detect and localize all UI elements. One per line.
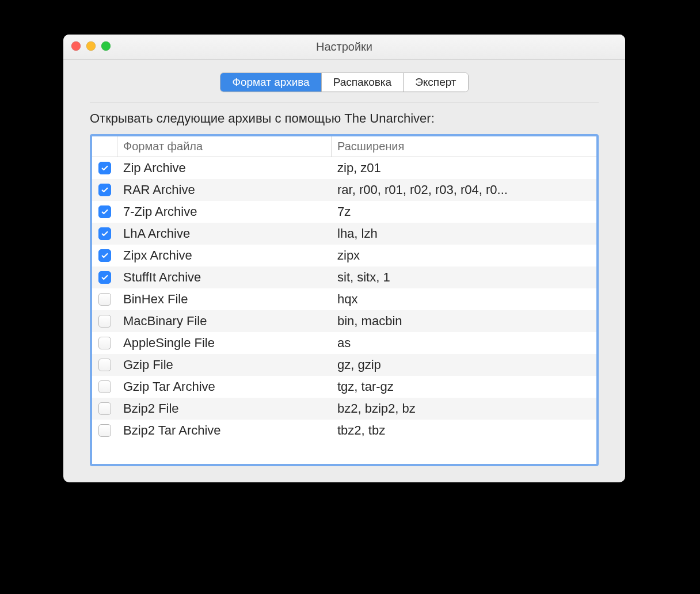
header-extensions[interactable]: Расширения (332, 136, 596, 157)
window-zoom-button[interactable] (101, 41, 111, 51)
row-checkbox-cell (92, 315, 117, 328)
formats-table[interactable]: Формат файла Расширения Zip Archivezip, … (90, 134, 599, 466)
row-extensions: as (332, 336, 596, 351)
row-checkbox[interactable] (98, 293, 111, 306)
row-format: Zip Archive (117, 161, 332, 176)
table-row[interactable]: AppleSingle Fileas (92, 332, 596, 354)
row-checkbox[interactable] (98, 424, 111, 437)
row-checkbox-cell (92, 380, 117, 393)
row-checkbox-cell (92, 337, 117, 349)
row-checkbox-cell (92, 205, 117, 218)
table-body: Zip Archivezip, z01RAR Archiverar, r00, … (92, 157, 596, 464)
row-format: Bzip2 File (117, 401, 332, 416)
row-extensions: hqx (332, 292, 596, 307)
row-checkbox-cell (92, 424, 117, 437)
row-checkbox[interactable] (98, 162, 111, 174)
row-extensions: rar, r00, r01, r02, r03, r04, r0... (332, 182, 596, 197)
row-checkbox-cell (92, 227, 117, 240)
row-extensions: lha, lzh (332, 226, 596, 241)
row-format: LhA Archive (117, 226, 332, 241)
row-extensions: zip, z01 (332, 161, 596, 176)
row-extensions: gz, gzip (332, 357, 596, 372)
table-row[interactable]: MacBinary Filebin, macbin (92, 310, 596, 332)
row-checkbox[interactable] (98, 402, 111, 415)
row-checkbox-cell (92, 249, 117, 262)
window-close-button[interactable] (71, 41, 81, 51)
row-format: Gzip File (117, 357, 332, 372)
table-row[interactable]: BinHex Filehqx (92, 288, 596, 310)
table-row[interactable]: Bzip2 Filebz2, bzip2, bz (92, 398, 596, 420)
table-row[interactable]: LhA Archivelha, lzh (92, 223, 596, 245)
preferences-window: Настройки Формат архиваРаспаковкаЭксперт… (63, 35, 625, 482)
archive-format-section: Открывать следующие архивы с помощью The… (90, 102, 599, 466)
window-title: Настройки (316, 40, 372, 54)
row-extensions: tbz2, tbz (332, 423, 596, 438)
row-checkbox-cell (92, 184, 117, 196)
row-format: RAR Archive (117, 182, 332, 197)
row-format: Bzip2 Tar Archive (117, 423, 332, 438)
table-row[interactable]: 7-Zip Archive7z (92, 201, 596, 223)
row-checkbox-cell (92, 359, 117, 371)
table-row[interactable]: Bzip2 Tar Archivetbz2, tbz (92, 420, 596, 441)
header-format[interactable]: Формат файла (117, 136, 332, 157)
table-row[interactable]: Gzip Filegz, gzip (92, 354, 596, 376)
row-format: AppleSingle File (117, 336, 332, 351)
tab-2[interactable]: Эксперт (404, 73, 467, 92)
row-extensions: bin, macbin (332, 314, 596, 329)
traffic-lights (71, 41, 111, 51)
row-checkbox[interactable] (98, 205, 111, 218)
row-format: 7-Zip Archive (117, 204, 332, 219)
table-header: Формат файла Расширения (92, 136, 596, 157)
table-row[interactable]: Zip Archivezip, z01 (92, 157, 596, 179)
row-checkbox[interactable] (98, 184, 111, 196)
row-checkbox-cell (92, 162, 117, 174)
window-minimize-button[interactable] (86, 41, 96, 51)
row-extensions: sit, sitx, 1 (332, 270, 596, 285)
row-checkbox[interactable] (98, 359, 111, 371)
row-checkbox[interactable] (98, 227, 111, 240)
section-label: Открывать следующие архивы с помощью The… (90, 111, 599, 126)
row-format: BinHex File (117, 292, 332, 307)
table-row[interactable]: Gzip Tar Archivetgz, tar-gz (92, 376, 596, 398)
row-checkbox-cell (92, 271, 117, 284)
header-checkbox (92, 136, 117, 157)
row-checkbox[interactable] (98, 315, 111, 328)
row-checkbox-cell (92, 402, 117, 415)
row-extensions: tgz, tar-gz (332, 379, 596, 394)
table-row[interactable]: Zipx Archivezipx (92, 245, 596, 266)
tab-0[interactable]: Формат архива (220, 73, 321, 92)
row-extensions: zipx (332, 248, 596, 263)
row-format: Gzip Tar Archive (117, 379, 332, 394)
titlebar: Настройки (63, 35, 625, 60)
row-checkbox[interactable] (98, 271, 111, 284)
row-format: Zipx Archive (117, 248, 332, 263)
row-extensions: 7z (332, 204, 596, 219)
row-checkbox[interactable] (98, 337, 111, 349)
row-checkbox[interactable] (98, 249, 111, 262)
row-checkbox-cell (92, 293, 117, 306)
content-area: Формат архиваРаспаковкаЭксперт Открывать… (63, 60, 625, 482)
table-row[interactable]: StuffIt Archivesit, sitx, 1 (92, 266, 596, 288)
row-extensions: bz2, bzip2, bz (332, 401, 596, 416)
row-format: StuffIt Archive (117, 270, 332, 285)
row-format: MacBinary File (117, 314, 332, 329)
table-row[interactable]: RAR Archiverar, r00, r01, r02, r03, r04,… (92, 179, 596, 201)
tab-1[interactable]: Распаковка (322, 73, 404, 92)
row-checkbox[interactable] (98, 380, 111, 393)
tab-segmented-control: Формат архиваРаспаковкаЭксперт (220, 73, 468, 92)
